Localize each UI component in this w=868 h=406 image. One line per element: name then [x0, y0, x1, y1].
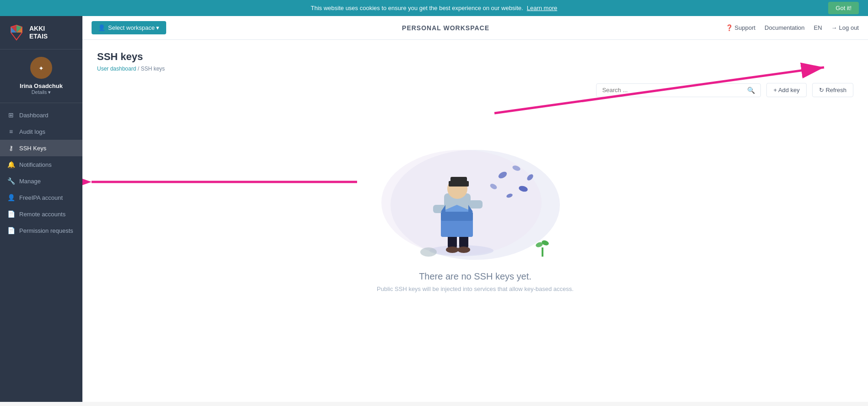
nav-menu: ⊞ Dashboard ≡ Audit logs ⚷ SSH Keys 🔔 No…	[0, 103, 82, 402]
sidebar-item-remote-accounts[interactable]: 📄 Remote accounts	[0, 206, 82, 222]
empty-state: There are no SSH keys yet. Public SSH ke…	[97, 115, 853, 311]
user-section: ✦ Irina Osadchuk Details ▾	[0, 49, 82, 103]
support-label: Support	[735, 24, 756, 31]
sidebar-item-manage[interactable]: 🔧 Manage	[0, 173, 82, 189]
sidebar-item-label: Notifications	[19, 161, 52, 168]
support-icon: ❓	[726, 24, 733, 31]
dashboard-icon: ⊞	[7, 111, 15, 119]
avatar: ✦	[30, 57, 52, 79]
svg-rect-19	[441, 212, 473, 221]
svg-rect-25	[450, 177, 467, 183]
ssh-keys-icon: ⚷	[7, 144, 15, 152]
workspace-button[interactable]: 👤 Select workspace ▾	[92, 21, 166, 34]
page-title: SSH keys	[97, 51, 853, 63]
sidebar-item-label: Remote accounts	[19, 211, 65, 218]
main-content: SSH keys User dashboard / SSH keys 🔍 + A…	[82, 40, 868, 402]
empty-illustration	[361, 134, 590, 271]
logout-label: Log out	[839, 24, 859, 31]
sidebar-item-label: Dashboard	[19, 112, 49, 119]
toolbar: 🔍 + Add key ↻ Refresh	[97, 83, 853, 97]
workspace-title: PERSONAL WORKSPACE	[402, 24, 489, 32]
manage-icon: 🔧	[7, 177, 15, 185]
add-key-button[interactable]: + Add key	[766, 83, 806, 97]
logo-icon	[7, 23, 26, 42]
sidebar-item-audit-logs[interactable]: ≡ Audit logs	[0, 123, 82, 140]
sidebar-item-ssh-keys[interactable]: ⚷ SSH Keys	[0, 140, 82, 156]
got-it-button[interactable]: Got it!	[828, 2, 859, 14]
cookie-banner: This website uses cookies to ensure you …	[0, 0, 868, 16]
user-name: Irina Osadchuk	[20, 82, 63, 89]
sidebar-item-label: Manage	[19, 178, 41, 185]
search-box: 🔍	[596, 83, 761, 97]
app-layout: AKKI ETAIS ✦ Irina Osadchuk Details ▾ ⊞ …	[0, 16, 868, 402]
learn-more-link[interactable]: Learn more	[527, 5, 557, 11]
sidebar-logo: AKKI ETAIS	[0, 16, 82, 49]
workspace-icon: 👤	[98, 24, 105, 31]
empty-state-subtitle: Public SSH keys will be injected into se…	[377, 285, 574, 292]
cookie-text: This website uses cookies to ensure you …	[311, 5, 523, 11]
search-input[interactable]	[602, 87, 747, 93]
search-icon: 🔍	[747, 87, 755, 94]
logout-link[interactable]: → Log out	[831, 24, 859, 31]
audit-logs-icon: ≡	[7, 128, 15, 135]
support-link[interactable]: ❓ Support	[726, 24, 756, 31]
freeipa-icon: 👤	[7, 194, 15, 201]
breadcrumb-current: SSH keys	[141, 66, 165, 72]
breadcrumb: User dashboard / SSH keys	[97, 66, 853, 72]
breadcrumb-home[interactable]: User dashboard	[97, 66, 136, 72]
sidebar-item-label: Audit logs	[19, 128, 45, 135]
svg-text:✦: ✦	[38, 65, 44, 72]
sidebar-item-dashboard[interactable]: ⊞ Dashboard	[0, 107, 82, 123]
permission-requests-icon: 📄	[7, 227, 15, 234]
svg-rect-32	[542, 247, 543, 257]
sidebar-item-label: FreeIPA account	[19, 194, 63, 201]
documentation-link[interactable]: Documentation	[765, 24, 804, 31]
user-details-link[interactable]: Details ▾	[32, 89, 51, 95]
language-selector[interactable]: EN	[814, 24, 822, 31]
workspace-button-label: Select workspace ▾	[108, 24, 160, 31]
notifications-icon: 🔔	[7, 161, 15, 168]
sidebar: AKKI ETAIS ✦ Irina Osadchuk Details ▾ ⊞ …	[0, 16, 82, 402]
sidebar-item-label: SSH Keys	[19, 145, 46, 152]
sidebar-item-label: Permission requests	[19, 227, 73, 234]
top-bar: 👤 Select workspace ▾ PERSONAL WORKSPACE …	[82, 16, 868, 40]
sidebar-item-freeipa[interactable]: 👤 FreeIPA account	[0, 189, 82, 206]
svg-point-10	[420, 247, 437, 257]
logo-line1: AKKI	[29, 25, 48, 33]
svg-rect-17	[469, 200, 483, 208]
svg-point-13	[446, 247, 459, 253]
sidebar-item-notifications[interactable]: 🔔 Notifications	[0, 156, 82, 173]
sidebar-item-permission-requests[interactable]: 📄 Permission requests	[0, 222, 82, 239]
logo-line2: ETAIS	[29, 33, 48, 40]
remote-accounts-icon: 📄	[7, 210, 15, 218]
empty-state-title: There are no SSH keys yet.	[419, 271, 532, 282]
logo-text: AKKI ETAIS	[29, 25, 48, 40]
top-bar-right: ❓ Support Documentation EN → Log out	[726, 24, 859, 31]
logout-icon: →	[831, 24, 837, 31]
svg-point-14	[457, 247, 470, 253]
refresh-button[interactable]: ↻ Refresh	[812, 83, 853, 97]
